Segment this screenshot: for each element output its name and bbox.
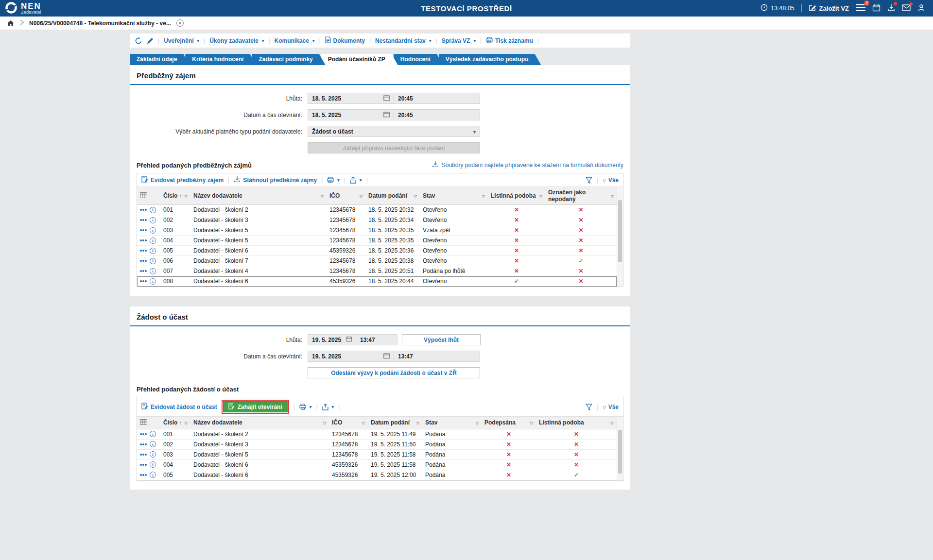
table-row[interactable]: 007Dodavatel - školení 41234567818. 5. 2…	[137, 266, 617, 276]
table-row[interactable]: 001Dodavatel - školení 21234567819. 5. 2…	[137, 429, 617, 439]
export-table-button[interactable]	[350, 177, 362, 184]
otevirani-date-field[interactable]: 18. 5. 2025	[308, 109, 394, 120]
row-menu-button[interactable]	[140, 229, 142, 231]
table-row[interactable]: 005Dodavatel - školení 64535932618. 5. 2…	[137, 246, 617, 256]
table-row-selected[interactable]: 008Dodavatel - školení 64535932618. 5. 2…	[137, 276, 617, 287]
filter-caret-icon[interactable]	[185, 419, 188, 426]
otevirani-date-field[interactable]: 19. 5. 2025	[308, 351, 394, 362]
column-header-cislo[interactable]: Číslo	[160, 417, 190, 429]
filter-caret-icon[interactable]	[530, 419, 533, 426]
table-row[interactable]: 002Dodavatel - školení 31234567818. 5. 2…	[137, 215, 617, 225]
scrollbar-thumb[interactable]	[618, 430, 622, 474]
row-menu-button[interactable]	[140, 464, 142, 466]
profile-button[interactable]	[917, 4, 925, 13]
otevirani-time-field[interactable]: 13:47	[394, 351, 480, 362]
table-row[interactable]: 003Dodavatel - školení 51234567818. 5. 2…	[137, 225, 617, 236]
column-header-listinna[interactable]: Listinná podoba	[536, 417, 617, 429]
row-menu-button[interactable]	[140, 474, 142, 476]
table-row[interactable]: 003Dodavatel - školení 51234567819. 5. 2…	[137, 449, 617, 459]
filter-funnel-button[interactable]	[586, 404, 592, 410]
tab-zakladni-udaje[interactable]: Základní údaje	[130, 54, 190, 65]
soubory-podani-link[interactable]: Soubory podání najdete připravené ke sta…	[432, 161, 623, 169]
filter-caret-icon[interactable]	[416, 419, 419, 426]
row-info-icon[interactable]	[150, 472, 156, 478]
table-row[interactable]: 004Dodavatel - školení 51234567818. 5. 2…	[137, 236, 617, 246]
row-menu-button[interactable]	[140, 280, 142, 282]
row-info-icon[interactable]	[150, 248, 156, 254]
table-scrollbar[interactable]	[617, 187, 623, 287]
row-menu-button[interactable]	[140, 219, 142, 221]
calendar-button[interactable]	[872, 4, 881, 13]
filter-caret-icon[interactable]	[414, 192, 417, 199]
row-info-icon[interactable]	[150, 258, 156, 264]
tab-hodnoceni[interactable]: Hodnocení	[394, 54, 443, 65]
column-header-nazev[interactable]: Název dodavatele	[190, 417, 329, 429]
menu-ukony-zadavatele[interactable]: Úkony zadavatele	[209, 37, 264, 44]
table-row[interactable]: 005Dodavatel - školení 64535932619. 5. 2…	[137, 470, 617, 480]
column-settings-header[interactable]	[137, 417, 160, 429]
calendar-small-icon[interactable]	[346, 336, 352, 343]
edit-record-button[interactable]	[147, 37, 154, 44]
row-menu-button[interactable]	[140, 443, 142, 445]
row-info-icon[interactable]	[150, 217, 156, 223]
row-menu-button[interactable]	[140, 250, 142, 252]
filter-caret-icon[interactable]	[476, 419, 479, 426]
evidovat-predbezny-zajem-button[interactable]: Evidovat předběžný zájem	[141, 176, 224, 184]
tab-zadavaci-podminky[interactable]: Zadávací podmínky	[252, 54, 325, 65]
row-info-icon[interactable]	[150, 207, 156, 213]
downloads-button[interactable]	[887, 4, 895, 13]
row-menu-button[interactable]	[140, 270, 142, 272]
filter-caret-icon[interactable]	[482, 192, 485, 199]
column-header-stav[interactable]: Stav	[422, 417, 482, 429]
menu-komunikace[interactable]: Komunikace	[275, 37, 315, 44]
column-header-datum[interactable]: Datum podání	[368, 417, 422, 429]
row-menu-button[interactable]	[140, 454, 142, 456]
column-settings-header[interactable]	[137, 187, 160, 205]
column-header-podepsana[interactable]: Podepsána	[482, 417, 536, 429]
filter-caret-icon[interactable]	[611, 192, 614, 199]
column-header-datum[interactable]: Datum podání	[365, 187, 420, 205]
history-button[interactable]	[135, 37, 142, 45]
typ-podani-select[interactable]: Žádost o účast	[308, 126, 480, 137]
menu-nestandardni-stav[interactable]: Nestandardní stav	[375, 37, 432, 44]
tab-podani-ucastniku-zp[interactable]: Podání účastníků ZP	[321, 54, 398, 65]
odeslani-vyzvy-button[interactable]: Odeslání výzvy k podání žádosti o účast …	[308, 367, 480, 378]
row-menu-button[interactable]	[140, 433, 142, 435]
otevirani-time-field[interactable]: 20:45	[394, 109, 480, 120]
tab-kriteria-hodnoceni[interactable]: Kritéria hodnocení	[185, 54, 256, 65]
column-header-ico[interactable]: IČO	[327, 187, 365, 205]
table-row[interactable]: 004Dodavatel - školení 64535932619. 5. 2…	[137, 459, 617, 470]
tab-vysledek-zadavaciho-postupu[interactable]: Výsledek zadávacího postupu	[439, 54, 541, 65]
vse-filter-button[interactable]: Vše	[603, 177, 619, 184]
export-table-button[interactable]	[322, 404, 334, 410]
calendar-small-icon[interactable]	[383, 353, 390, 360]
filter-caret-icon[interactable]	[360, 192, 363, 199]
scrollbar-thumb[interactable]	[618, 200, 622, 262]
vypocet-lhut-button[interactable]: Výpočet lhůt	[402, 334, 481, 345]
menu-sprava-vz[interactable]: Správa VZ	[442, 37, 476, 44]
calendar-small-icon[interactable]	[383, 111, 390, 119]
lhuta-time-field[interactable]: 13:47	[356, 334, 397, 345]
evidovat-zadost-button[interactable]: Evidovat žádost o účast	[141, 403, 217, 411]
filter-caret-icon[interactable]	[185, 192, 188, 199]
row-info-icon[interactable]	[150, 451, 156, 458]
row-menu-button[interactable]	[140, 209, 142, 211]
table-row[interactable]: 001Dodavatel - školení 21234567818. 5. 2…	[137, 205, 617, 215]
filter-caret-icon[interactable]	[321, 192, 324, 199]
row-info-icon[interactable]	[150, 278, 156, 285]
columns-grid-icon[interactable]	[140, 193, 147, 200]
zahajit-otevirani-button[interactable]: Zahájit otevírání	[223, 401, 288, 412]
filter-caret-icon[interactable]	[539, 192, 542, 199]
row-info-icon[interactable]	[150, 441, 156, 447]
zahajit-fazi-button[interactable]: Zahájit přípravu následující fáze podání	[308, 142, 480, 153]
row-info-icon[interactable]	[150, 268, 156, 274]
row-info-icon[interactable]	[150, 227, 156, 234]
filter-funnel-button[interactable]	[586, 177, 592, 184]
filter-caret-icon[interactable]	[323, 419, 326, 426]
breadcrumb-item[interactable]: N006/25/V00004748 - Telekomunikační služ…	[29, 20, 171, 27]
vse-filter-button[interactable]: Vše	[603, 404, 619, 410]
row-menu-button[interactable]	[140, 239, 142, 241]
tisk-zaznamu-button[interactable]: Tisk záznamu	[486, 37, 533, 45]
messages-button[interactable]	[902, 4, 911, 13]
column-header-cislo[interactable]: Číslo	[160, 187, 190, 205]
